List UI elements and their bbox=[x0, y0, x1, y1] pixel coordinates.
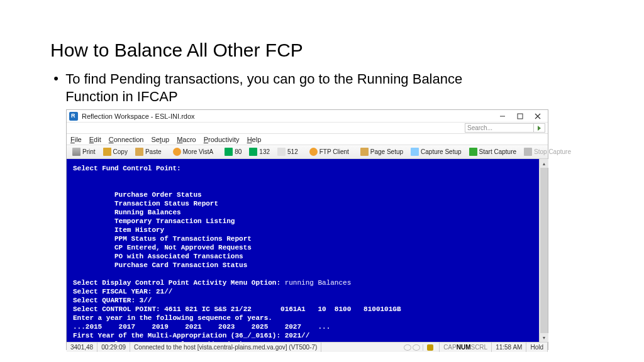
cols-132-button[interactable]: 132 bbox=[246, 147, 273, 156]
maximize-button[interactable] bbox=[511, 111, 529, 122]
stop-capture-icon bbox=[524, 148, 532, 156]
close-button[interactable] bbox=[529, 111, 547, 122]
ftp-client-button[interactable]: FTP Client bbox=[306, 147, 352, 156]
slide-body: • To find Pending transactions, you can … bbox=[50, 70, 468, 105]
terminal-scrollbar[interactable]: ▴ ▾ bbox=[539, 159, 548, 342]
copy-icon bbox=[103, 148, 111, 156]
search-go-button[interactable] bbox=[534, 123, 545, 133]
session-time: 00:29:09 bbox=[97, 343, 130, 352]
clock: 11:58 AM bbox=[492, 343, 526, 352]
start-capture-icon bbox=[469, 148, 477, 156]
terminal-screen[interactable]: Select Fund Control Point: Purchase Orde… bbox=[67, 159, 539, 342]
more-vista-icon bbox=[173, 148, 181, 156]
cols-132-icon bbox=[249, 148, 257, 156]
connection-status: Connected to the host [vista.central-pla… bbox=[130, 343, 321, 352]
hold-indicator: Hold bbox=[526, 343, 548, 352]
print-icon bbox=[72, 148, 80, 156]
cols-80-icon bbox=[225, 148, 233, 156]
print-button[interactable]: Print bbox=[69, 147, 99, 156]
menu-help[interactable]: Help bbox=[247, 136, 262, 143]
window-titlebar: Reflection Workspace - ESL-INI.rdox bbox=[67, 110, 548, 123]
paste-button[interactable]: Paste bbox=[132, 147, 165, 156]
stop-capture-button[interactable]: Stop Capture bbox=[521, 147, 574, 156]
scroll-thumb[interactable] bbox=[540, 168, 548, 333]
paste-icon bbox=[135, 148, 143, 156]
search-row: Search... bbox=[67, 123, 548, 134]
menu-macro[interactable]: Macro bbox=[177, 136, 196, 143]
capture-setup-button[interactable]: Capture Setup bbox=[408, 147, 465, 156]
menu-productivity[interactable]: Productivity bbox=[204, 136, 240, 143]
scroll-down-button[interactable]: ▾ bbox=[540, 333, 548, 342]
menu-setup[interactable]: Setup bbox=[151, 136, 169, 143]
menubar: File Edit Connection Setup Macro Product… bbox=[67, 134, 548, 145]
reflection-workspace-window: Reflection Workspace - ESL-INI.rdox Sear… bbox=[66, 109, 548, 350]
lock-icon bbox=[427, 344, 433, 351]
keyboard-state: CAP NUM SCRL bbox=[440, 343, 492, 352]
toolbar: Print Copy Paste More VistA 80 132 512 F… bbox=[67, 145, 548, 159]
window-title: Reflection Workspace - ESL-INI.rdox bbox=[80, 112, 494, 120]
cursor-pos: 3401,48 bbox=[67, 343, 97, 352]
statusbar: 3401,48 00:29:09 Connected to the host [… bbox=[67, 342, 548, 352]
net-icon bbox=[413, 344, 420, 351]
menu-connection[interactable]: Connection bbox=[109, 136, 144, 143]
menu-file[interactable]: File bbox=[70, 136, 82, 143]
minimize-button[interactable] bbox=[494, 111, 511, 122]
scroll-up-button[interactable]: ▴ bbox=[540, 159, 548, 168]
cols-512-button[interactable]: 512 bbox=[274, 147, 301, 156]
app-icon bbox=[69, 112, 78, 121]
network-indicators bbox=[401, 344, 423, 351]
page-setup-icon bbox=[360, 148, 369, 156]
ssl-indicator bbox=[423, 343, 440, 352]
ftp-icon bbox=[309, 148, 318, 156]
start-capture-button[interactable]: Start Capture bbox=[466, 147, 519, 156]
cols-512-icon bbox=[277, 148, 286, 156]
svg-rect-1 bbox=[518, 114, 523, 119]
page-setup-button[interactable]: Page Setup bbox=[357, 147, 406, 156]
menu-edit[interactable]: Edit bbox=[89, 136, 101, 143]
more-vista-button[interactable]: More VistA bbox=[170, 147, 217, 156]
capture-setup-icon bbox=[411, 148, 419, 156]
cols-80-button[interactable]: 80 bbox=[221, 147, 245, 156]
copy-button[interactable]: Copy bbox=[100, 147, 131, 156]
bullet: • bbox=[50, 70, 62, 87]
body-line: To find Pending transactions, you can go… bbox=[65, 70, 468, 105]
net-icon bbox=[404, 344, 411, 351]
slide-title: How to Balance All Other FCP bbox=[50, 40, 303, 61]
search-input[interactable]: Search... bbox=[465, 123, 534, 133]
